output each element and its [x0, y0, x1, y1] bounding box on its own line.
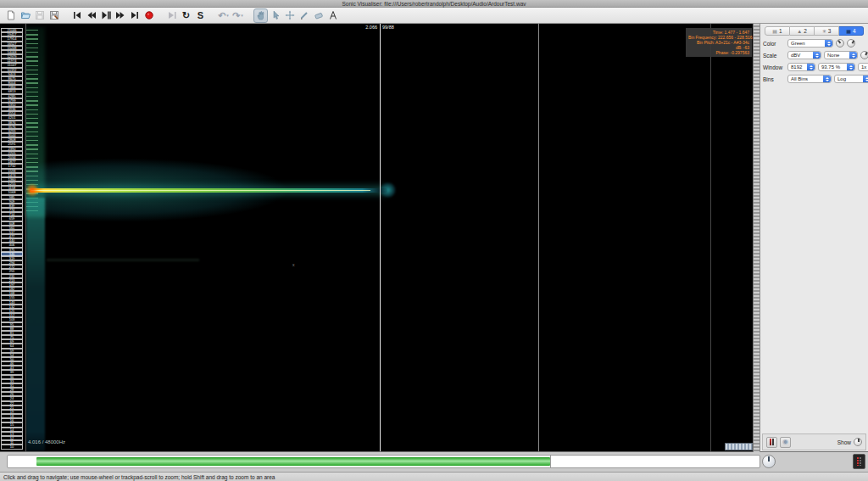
bins-select-value: All Bins — [791, 76, 808, 81]
window-overlap-select[interactable]: 93.75 % — [818, 63, 855, 71]
monitor-button[interactable]: ◉ — [780, 437, 791, 448]
record-icon — [144, 10, 154, 20]
gain-knob[interactable] — [836, 39, 844, 48]
knob-tick — [852, 40, 854, 43]
vertical-zoom-thumbwheel[interactable] — [753, 24, 760, 452]
loop-button[interactable]: ↻ — [179, 8, 193, 23]
rewind-button[interactable] — [84, 8, 98, 23]
chevron-down-icon: ▾ — [226, 13, 229, 18]
color-select[interactable]: Green — [787, 39, 833, 48]
save-as-button[interactable] — [47, 8, 61, 23]
pane-icon: ▤ — [772, 29, 777, 34]
window-size-value: 8192 — [791, 64, 802, 70]
draw-tool-button[interactable] — [297, 8, 311, 23]
knob-tick — [837, 40, 841, 43]
stepper-icon — [863, 76, 868, 82]
tone-line-onset — [25, 183, 39, 197]
select-tool-button[interactable] — [268, 8, 282, 23]
bin-scale-select[interactable]: Log — [834, 75, 868, 83]
window-size-select[interactable]: 8192 — [787, 63, 815, 71]
pane-tab-4[interactable]: ▦4 — [839, 26, 864, 36]
scale-edge-line — [25, 24, 26, 452]
info-phase: Phase: -0.297563 — [688, 50, 749, 55]
navigate-tool-button[interactable] — [253, 8, 268, 23]
threshold-knob[interactable] — [847, 39, 855, 48]
window-title: Sonic Visualiser: file:///Users/robertra… — [342, 1, 526, 7]
new-document-icon — [6, 10, 16, 20]
color-label: Color — [763, 41, 785, 47]
knob-tick — [858, 439, 860, 442]
knob-tick — [768, 456, 770, 461]
loop-icon: ↻ — [182, 11, 190, 20]
bins-select[interactable]: All Bins — [787, 75, 832, 83]
redo-button[interactable]: ↷ ▾ — [231, 8, 245, 23]
bottom-bar — [0, 452, 868, 472]
normalization-select[interactable]: None — [824, 51, 858, 59]
save-button[interactable] — [32, 8, 47, 23]
erase-tool-button[interactable] — [311, 8, 326, 23]
normalization-select-value: None — [827, 53, 839, 58]
play-toggle-button[interactable] — [766, 437, 777, 448]
rewind-to-start-button[interactable] — [70, 8, 84, 23]
undo-button[interactable]: ↶ ▾ — [216, 8, 231, 23]
open-folder-icon — [20, 10, 31, 20]
spectrogram-pane[interactable]: x 2.066 99/88 21046194171791416527152481… — [0, 24, 753, 452]
fast-forward-button[interactable] — [113, 8, 127, 23]
color-row: Color Green — [763, 38, 865, 48]
level-meter-icon — [770, 439, 774, 445]
show-knob[interactable] — [854, 438, 862, 446]
skip-to-end-icon — [130, 10, 140, 20]
stepper-icon — [849, 52, 857, 59]
waveform-overview-bar — [36, 457, 550, 466]
playhead-frame: 99/88 — [382, 25, 394, 30]
tone-line-tail — [381, 182, 396, 198]
low-frequency-wash — [26, 198, 45, 452]
waveform-icon: ▲ — [797, 29, 802, 34]
horizontal-zoom-thumbwheel[interactable] — [725, 443, 753, 450]
pane-tab-label: 2 — [804, 28, 807, 34]
overview-panner[interactable] — [7, 455, 760, 468]
skip-to-start-icon — [72, 10, 82, 20]
star-icon: ✳ — [822, 29, 826, 34]
bins-label: Bins — [763, 76, 785, 82]
scale-label: Scale — [763, 53, 785, 59]
playhead-line[interactable] — [380, 24, 381, 452]
measure-tool-button[interactable] — [326, 8, 340, 23]
new-session-button[interactable] — [3, 8, 18, 23]
chevron-down-icon: ▾ — [241, 13, 243, 18]
pane-tab-1[interactable]: ▤1 — [765, 26, 790, 36]
oversampling-select[interactable]: 1x — [858, 63, 868, 71]
color-select-value: Green — [791, 41, 805, 46]
playback-speed-knob[interactable] — [762, 455, 776, 468]
layer-properties-panel: ▤1▲2✳3▦4 Color Green Scale dBV None Wind — [760, 24, 868, 452]
stepper-icon — [813, 52, 821, 59]
play-pause-button[interactable] — [98, 8, 113, 23]
panel-footer: ◉ Show — [762, 433, 866, 450]
colour-rotation-knob[interactable] — [860, 51, 868, 59]
record-button[interactable] — [142, 8, 156, 23]
playback-level-button[interactable] — [853, 454, 865, 469]
level-bar-icon — [860, 457, 861, 466]
fast-forward-to-end-button[interactable] — [127, 8, 142, 23]
panner-position-line — [550, 456, 551, 467]
play-pause-icon — [101, 10, 111, 20]
spectrogram-icon: ▦ — [846, 29, 851, 34]
mouse-cursor-mark: x — [292, 262, 295, 267]
eraser-icon — [314, 10, 324, 20]
window-label: Window — [763, 64, 785, 70]
measure-compass-icon — [328, 10, 338, 20]
stepper-icon — [847, 64, 854, 70]
status-text: Click and drag to navigate; use mouse-wh… — [3, 474, 275, 480]
undo-icon: ↶ — [218, 11, 225, 20]
play-selection-button[interactable] — [164, 8, 179, 23]
solo-button[interactable]: S — [193, 8, 208, 23]
move-cross-icon — [285, 10, 295, 20]
pane-tab-3[interactable]: ✳3 — [815, 26, 839, 36]
scale-select[interactable]: dBV — [787, 51, 821, 59]
faint-smear — [47, 259, 199, 261]
pane-tab-bar: ▤1▲2✳3▦4 — [765, 26, 864, 36]
stepper-icon — [825, 40, 832, 47]
pane-tab-2[interactable]: ▲2 — [790, 26, 815, 36]
edit-tool-button[interactable] — [282, 8, 297, 23]
open-button[interactable] — [18, 8, 32, 23]
